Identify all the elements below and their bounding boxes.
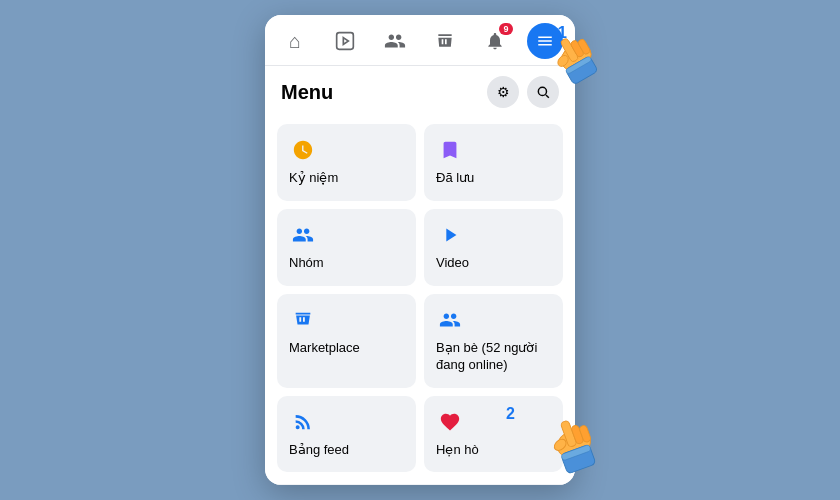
grid: Kỷ niệm Đã lưu Nhóm bbox=[277, 124, 563, 472]
grid-item-saved[interactable]: Đã lưu bbox=[424, 124, 563, 201]
grid-item-marketplace[interactable]: Marketplace bbox=[277, 294, 416, 388]
grid-item-friends[interactable]: Bạn bè (52 người đang online) bbox=[424, 294, 563, 388]
settings-icon-btn[interactable]: ⚙ bbox=[487, 76, 519, 108]
saved-label: Đã lưu bbox=[436, 170, 551, 187]
menu-content: Menu ⚙ bbox=[265, 66, 575, 485]
friends-label: Bạn bè (52 người đang online) bbox=[436, 340, 551, 374]
feed-icon bbox=[289, 408, 317, 436]
friends-icon bbox=[436, 306, 464, 334]
nav-bar: ⌂ bbox=[265, 15, 575, 66]
grid-item-video[interactable]: Video bbox=[424, 209, 563, 286]
marketplace-label: Marketplace bbox=[289, 340, 404, 357]
svg-line-3 bbox=[546, 95, 549, 98]
nav-store[interactable] bbox=[427, 23, 463, 59]
menu-header: Menu ⚙ bbox=[265, 66, 575, 116]
marketplace-icon bbox=[289, 306, 317, 334]
phone-container: ⌂ bbox=[265, 15, 575, 485]
nav-reels[interactable] bbox=[327, 23, 363, 59]
grid-section: Kỷ niệm Đã lưu Nhóm bbox=[265, 116, 575, 484]
memories-icon bbox=[289, 136, 317, 164]
svg-marker-1 bbox=[343, 38, 348, 45]
menu-title: Menu bbox=[281, 81, 333, 104]
saved-icon bbox=[436, 136, 464, 164]
groups-icon bbox=[289, 221, 317, 249]
hand-cursor-bottom bbox=[532, 400, 607, 475]
grid-item-feed[interactable]: Bảng feed bbox=[277, 396, 416, 473]
nav-home[interactable]: ⌂ bbox=[277, 23, 313, 59]
svg-rect-0 bbox=[337, 33, 354, 50]
nav-notifications[interactable]: 9 bbox=[477, 23, 513, 59]
grid-item-memories[interactable]: Kỷ niệm bbox=[277, 124, 416, 201]
feed-label: Bảng feed bbox=[289, 442, 404, 459]
dating-icon bbox=[436, 408, 464, 436]
notification-badge: 9 bbox=[499, 23, 513, 35]
grid-item-groups[interactable]: Nhóm bbox=[277, 209, 416, 286]
memories-label: Kỷ niệm bbox=[289, 170, 404, 187]
groups-label: Nhóm bbox=[289, 255, 404, 272]
step2-number: 2 bbox=[506, 405, 515, 423]
video-label: Video bbox=[436, 255, 551, 272]
svg-point-2 bbox=[538, 87, 546, 95]
hand-cursor-top bbox=[533, 17, 603, 87]
video-icon bbox=[436, 221, 464, 249]
nav-friends[interactable] bbox=[377, 23, 413, 59]
